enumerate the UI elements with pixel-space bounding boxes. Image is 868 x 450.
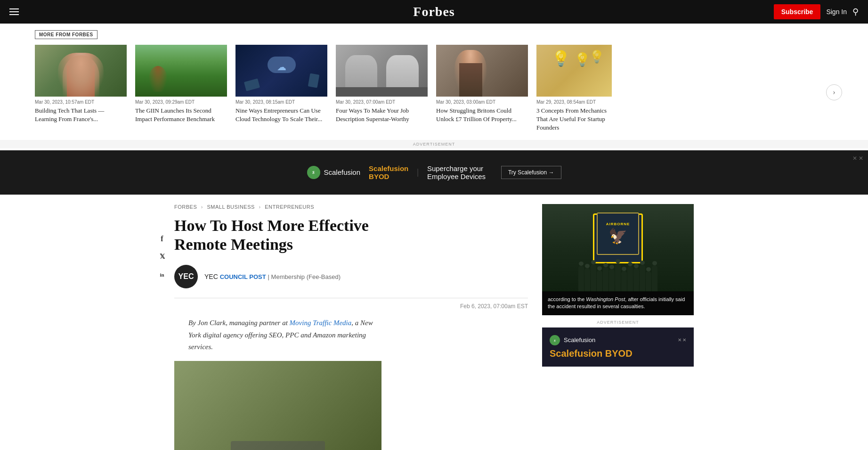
card-title-4: Four Ways To Make Your Job Description S… (336, 106, 428, 123)
article-title: How To Host More Effective Remote Meetin… (174, 216, 405, 255)
article-cards-strip: Mar 30, 2023, 10:57am EDT Building Tech … (0, 45, 868, 140)
breadcrumb: FORBES › SMALL BUSINESS › ENTREPRENEURS (174, 204, 528, 210)
linkedin-share-icon[interactable]: in (155, 268, 169, 281)
card-title-2: The GIIN Launches Its Second Impact Perf… (135, 106, 227, 123)
article-card-4[interactable]: Mar 30, 2023, 07:00am EDT Four Ways To M… (336, 45, 428, 132)
airborne-label: AIRBORNE (606, 222, 630, 226)
card-title-1: Building Tech That Lasts — Learning From… (35, 106, 127, 123)
card-date-1: Mar 30, 2023, 10:57am EDT (35, 99, 127, 105)
card-date-6: Mar 29, 2023, 08:54am EDT (536, 99, 612, 105)
card-date-3: Mar 30, 2023, 08:15am EDT (235, 99, 327, 105)
ad-brand-name: Scalefusion (324, 168, 361, 176)
sidebar-media-caption: according to the Washington Post, after … (548, 296, 688, 311)
article-card-6[interactable]: 💡 💡 💡 Mar 29, 2023, 08:54am EDT 3 Concep… (536, 45, 612, 132)
ad-byod-text: Scalefusion BYOD (369, 164, 408, 180)
council-post-link[interactable]: COUNCIL POST (220, 273, 266, 280)
header-right: Subscribe Sign In ⚲ (774, 4, 859, 19)
sidebar-ad-logo: s Scalefusion (550, 335, 595, 345)
card-image-6: 💡 💡 💡 (536, 45, 612, 97)
card-image-2 (135, 45, 227, 97)
sidebar-ad-close-button[interactable]: ✕ ✕ (678, 337, 687, 343)
sidebar-ad-header: s Scalefusion ✕ ✕ (550, 335, 686, 345)
card-date-2: Mar 30, 2023, 09:29am EDT (135, 99, 227, 105)
card-title-5: How Struggling Britons Could Unlock £7 T… (436, 106, 528, 123)
card-date-4: Mar 30, 2023, 07:00am EDT (336, 99, 428, 105)
ad-divider: | (417, 167, 419, 177)
sidebar-advertisement: s Scalefusion ✕ ✕ Scalefusion BYOD (542, 327, 694, 367)
header-left (9, 8, 19, 15)
breadcrumb-sep-1: › (201, 204, 203, 210)
author-name: YEC (204, 273, 218, 280)
card-image-5 (436, 45, 528, 97)
card-image-3: ☁ (235, 45, 327, 97)
membership-text: Membership (Fee-Based) (271, 273, 341, 280)
ad-cta-button[interactable]: Try Scalefusion → (501, 166, 561, 179)
article-main: FORBES › SMALL BUSINESS › ENTREPRENEURS … (174, 204, 528, 450)
forbes-logo: Forbes (413, 4, 454, 19)
article-date: Feb 6, 2023, 07:00am EST (174, 298, 528, 310)
author-info: YEC COUNCIL POST | Membership (Fee-Based… (204, 273, 341, 280)
sidebar-ad-label: ADVERTISEMENT (542, 320, 694, 325)
ad-tagline: Supercharge your Employee Devices (427, 164, 493, 180)
carousel-next-button[interactable]: › (826, 84, 842, 100)
sidebar-scalefusion-icon: s (550, 335, 560, 345)
card-image-4 (336, 45, 428, 97)
hamburger-menu[interactable] (9, 8, 19, 15)
author-row: YEC YEC COUNCIL POST | Membership (Fee-B… (174, 265, 528, 288)
sidebar-media-overlay: according to the Washington Post, after … (542, 291, 694, 315)
article-image (174, 361, 381, 450)
more-from-forbes-section: MORE FROM FORBES (0, 24, 868, 45)
search-icon[interactable]: ⚲ (852, 7, 859, 17)
sign-in-link[interactable]: Sign In (826, 8, 847, 16)
scalefusion-icon: s (307, 166, 320, 179)
ad-close-button[interactable]: ✕ ✕ (852, 155, 863, 162)
sidebar-ad-byod-text: Scalefusion BYOD (550, 348, 686, 359)
social-share-sidebar: f 𝕏 in (155, 232, 169, 281)
ad-label-top: ADVERTISEMENT (0, 140, 868, 148)
article-card-3[interactable]: ☁ Mar 30, 2023, 08:15am EDT Nine Ways En… (235, 45, 327, 132)
card-image-1 (35, 45, 127, 97)
article-byline: By Jon Clark, managing partner at Moving… (174, 317, 381, 353)
site-header: Forbes Subscribe Sign In ⚲ (0, 0, 868, 24)
twitter-share-icon[interactable]: 𝕏 (155, 250, 169, 263)
breadcrumb-sep-2: › (259, 204, 260, 210)
breadcrumb-entrepreneurs[interactable]: ENTREPRENEURS (265, 204, 314, 210)
main-content-area: FORBES › SMALL BUSINESS › ENTREPRENEURS … (0, 195, 868, 450)
breadcrumb-small-business[interactable]: SMALL BUSINESS (207, 204, 255, 210)
card-title-3: Nine Ways Entrepreneurs Can Use Cloud Te… (235, 106, 327, 123)
author-name-line: YEC COUNCIL POST | Membership (Fee-Based… (204, 273, 341, 280)
more-from-forbes-badge: MORE FROM FORBES (35, 30, 97, 39)
facebook-share-icon[interactable]: f (155, 232, 169, 245)
ad-banner-inner: s Scalefusion Scalefusion BYOD | Superch… (293, 157, 576, 188)
article-card-5[interactable]: Mar 30, 2023, 03:00am EDT How Struggling… (436, 45, 528, 132)
advertisement-banner: s Scalefusion Scalefusion BYOD | Superch… (0, 150, 868, 195)
header-logo[interactable]: Forbes (413, 4, 454, 19)
moving-traffic-media-link[interactable]: Moving Traffic Media (290, 319, 352, 327)
article-card-2[interactable]: Mar 30, 2023, 09:29am EDT The GIIN Launc… (135, 45, 227, 132)
subscribe-button[interactable]: Subscribe (774, 4, 821, 19)
sidebar: AIRBORNE 🦅 (542, 204, 694, 450)
membership-sep: | (268, 273, 271, 280)
author-avatar: YEC (174, 265, 198, 288)
breadcrumb-forbes[interactable]: FORBES (174, 204, 197, 210)
article-card-1[interactable]: Mar 30, 2023, 10:57am EDT Building Tech … (35, 45, 127, 132)
card-date-5: Mar 30, 2023, 03:00am EDT (436, 99, 528, 105)
sidebar-ad-brand-name: Scalefusion (564, 336, 595, 344)
card-title-6: 3 Concepts From Mechanics That Are Usefu… (536, 106, 612, 132)
ad-logo: s Scalefusion (307, 166, 361, 179)
sidebar-media-card: AIRBORNE 🦅 (542, 204, 694, 315)
